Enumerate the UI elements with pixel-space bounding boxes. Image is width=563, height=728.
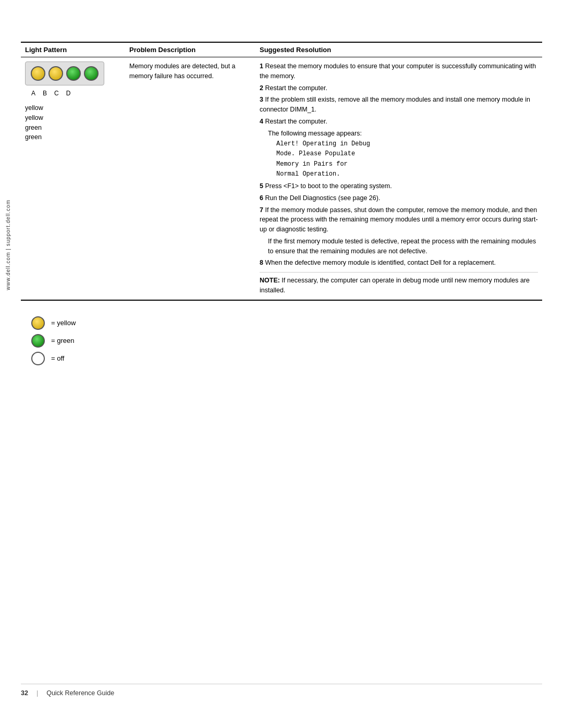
footer: 32 | Quick Reference Guide [21, 684, 542, 697]
header-problem-description: Problem Description [125, 42, 255, 57]
leds-row [25, 61, 104, 85]
led-label-b: B [43, 89, 47, 98]
legend-label-off: = off [51, 354, 64, 362]
legend-item-yellow: = yellow [31, 316, 542, 330]
resolution-step-1: 1 Reseat the memory modules to ensure th… [260, 61, 538, 81]
resolution-step-7b: If the first memory module tested is def… [268, 237, 538, 256]
header-light-pattern: Light Pattern [21, 42, 125, 57]
color-labels: yellow yellow green green [25, 103, 121, 142]
led-label-a: A [31, 89, 35, 98]
problem-description-cell: Memory modules are detected, but a memor… [125, 57, 255, 300]
footer-guide-title: Quick Reference Guide [46, 689, 114, 697]
resolution-step-2: 2 Restart the computer. [260, 83, 538, 93]
footer-page-number: 32 [21, 689, 28, 697]
note-content: If necessary, the computer can operate i… [260, 277, 530, 294]
light-pattern-table: Light Pattern Problem Description Sugges… [21, 42, 542, 301]
resolution-list: 1 Reseat the memory modules to ensure th… [260, 61, 538, 268]
led-label-c: C [54, 89, 59, 98]
light-pattern-cell: A B C D yellow yellow green green [21, 57, 125, 300]
resolution-step-4b: The following message appears: Alert! Op… [268, 129, 538, 180]
legend-dot-off [31, 352, 45, 365]
color-green-1: green [25, 123, 121, 133]
resolution-step-4: 4 Restart the computer. [260, 117, 538, 127]
code-block: Alert! Operating in Debug Mode. Please P… [276, 139, 538, 179]
led-d [84, 66, 99, 81]
legend-label-green: = green [51, 337, 74, 344]
note-text: NOTE: If necessary, the computer can ope… [260, 272, 538, 295]
legend-item-green: = green [31, 334, 542, 348]
footer-separator: | [36, 689, 38, 697]
color-yellow-1: yellow [25, 103, 121, 113]
resolution-step-6: 6 Run the Dell Diagnostics (see page 26)… [260, 193, 538, 203]
legend-label-yellow: = yellow [51, 319, 76, 327]
note-label: NOTE: [260, 277, 282, 284]
legend-dot-green [31, 334, 45, 348]
table-row: A B C D yellow yellow green green [21, 57, 542, 300]
resolution-step-8: 8 When the defective memory module is id… [260, 258, 538, 268]
led-c [66, 66, 81, 81]
light-pattern-visual: A B C D [25, 61, 121, 98]
color-green-2: green [25, 132, 121, 142]
resolution-step-3: 3 If the problem still exists, remove al… [260, 95, 538, 115]
suggested-resolution-cell: 1 Reseat the memory modules to ensure th… [255, 57, 542, 300]
led-b [48, 66, 63, 81]
led-labels-row: A B C D [25, 89, 70, 98]
header-suggested-resolution: Suggested Resolution [255, 42, 542, 57]
side-text: www.dell.com | support.dell.com [0, 63, 16, 427]
led-label-d: D [66, 89, 71, 98]
problem-description-text: Memory modules are detected, but a memor… [129, 63, 236, 80]
side-text-content: www.dell.com | support.dell.com [5, 200, 11, 290]
legend-item-off: = off [31, 352, 542, 365]
resolution-step-5: 5 Press <F1> to boot to the operating sy… [260, 181, 538, 191]
led-a [31, 66, 45, 81]
legend-dot-yellow [31, 316, 45, 330]
resolution-step-7: 7 If the memory module passes, shut down… [260, 205, 538, 235]
legend: = yellow = green = off [31, 316, 542, 365]
color-yellow-2: yellow [25, 113, 121, 123]
main-content: Light Pattern Problem Description Sugges… [21, 42, 542, 369]
